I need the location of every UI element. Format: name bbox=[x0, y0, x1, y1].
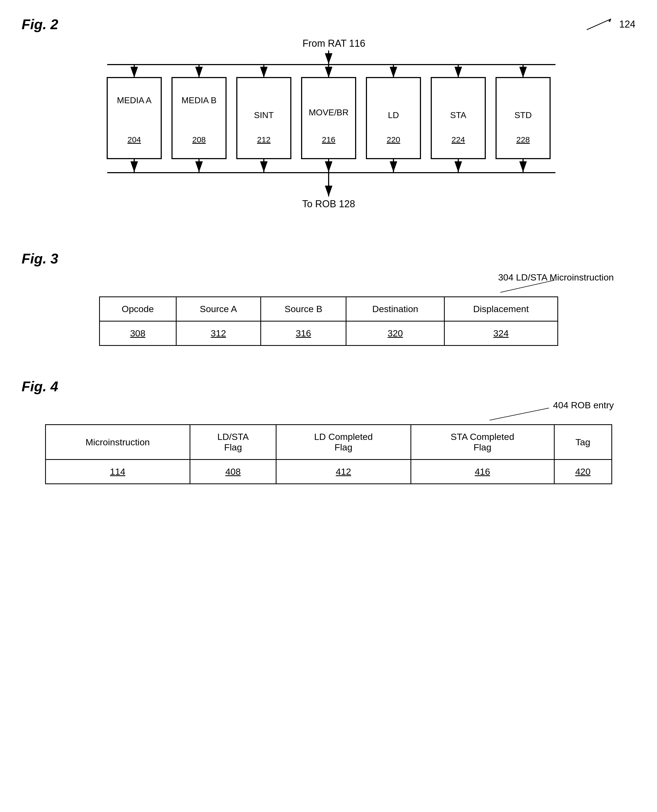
col-sourcea-header: Source A bbox=[176, 297, 261, 321]
col-sourceb-header: Source B bbox=[261, 297, 346, 321]
fig4-ref-line bbox=[473, 400, 635, 422]
svg-text:MEDIA A: MEDIA A bbox=[117, 95, 151, 105]
cell-114: 114 bbox=[45, 460, 190, 484]
svg-text:MOVE/BR: MOVE/BR bbox=[309, 108, 349, 117]
svg-rect-13 bbox=[107, 78, 161, 159]
ref-124: 124 bbox=[619, 19, 635, 30]
col-tag-header: Tag bbox=[554, 425, 612, 460]
cell-412: 412 bbox=[276, 460, 411, 484]
svg-text:228: 228 bbox=[516, 135, 529, 144]
svg-rect-16 bbox=[172, 78, 226, 159]
svg-text:208: 208 bbox=[192, 135, 206, 144]
svg-text:SINT: SINT bbox=[254, 110, 274, 120]
col-dest-header: Destination bbox=[346, 297, 444, 321]
fig3-ref-line bbox=[473, 272, 635, 294]
fig3-label: Fig. 3 bbox=[22, 250, 635, 267]
svg-text:LD: LD bbox=[388, 110, 399, 120]
cell-324: 324 bbox=[444, 321, 557, 346]
col-opcode-header: Opcode bbox=[100, 297, 176, 321]
svg-text:204: 204 bbox=[127, 135, 141, 144]
col-stacompleted-header: STA CompletedFlag bbox=[411, 425, 554, 460]
svg-text:MEDIA B: MEDIA B bbox=[181, 95, 216, 105]
col-ldsta-header: LD/STAFlag bbox=[190, 425, 276, 460]
fig4-label: Fig. 4 bbox=[22, 378, 635, 395]
svg-text:212: 212 bbox=[257, 135, 270, 144]
svg-rect-22 bbox=[302, 78, 356, 159]
col-disp-header: Displacement bbox=[444, 297, 557, 321]
cell-320: 320 bbox=[346, 321, 444, 346]
fig2-label: Fig. 2 bbox=[22, 16, 635, 33]
cell-416: 416 bbox=[411, 460, 554, 484]
cell-408: 408 bbox=[190, 460, 276, 484]
svg-text:To ROB 128: To ROB 128 bbox=[302, 198, 355, 209]
ref-arrow-icon bbox=[584, 16, 617, 33]
svg-text:220: 220 bbox=[386, 135, 400, 144]
col-ldcompleted-header: LD CompletedFlag bbox=[276, 425, 411, 460]
cell-308: 308 bbox=[100, 321, 176, 346]
cell-316: 316 bbox=[261, 321, 346, 346]
cell-420: 420 bbox=[554, 460, 612, 484]
cell-312: 312 bbox=[176, 321, 261, 346]
fig3-table: Opcode Source A Source B Destination Dis… bbox=[99, 297, 558, 346]
fig2-diagram: MEDIA A 204 MEDIA B 208 SINT 212 MOVE/BR… bbox=[86, 50, 572, 218]
col-microinst-header: Microinstruction bbox=[45, 425, 190, 460]
svg-text:224: 224 bbox=[451, 135, 465, 144]
svg-text:STD: STD bbox=[514, 110, 532, 120]
from-rat-label: From RAT 116 bbox=[27, 38, 641, 49]
svg-text:STA: STA bbox=[450, 110, 467, 120]
svg-text:216: 216 bbox=[322, 135, 335, 144]
svg-line-45 bbox=[490, 408, 549, 420]
svg-line-0 bbox=[587, 19, 611, 30]
svg-line-44 bbox=[500, 280, 554, 292]
fig4-table: Microinstruction LD/STAFlag LD Completed… bbox=[45, 424, 612, 484]
